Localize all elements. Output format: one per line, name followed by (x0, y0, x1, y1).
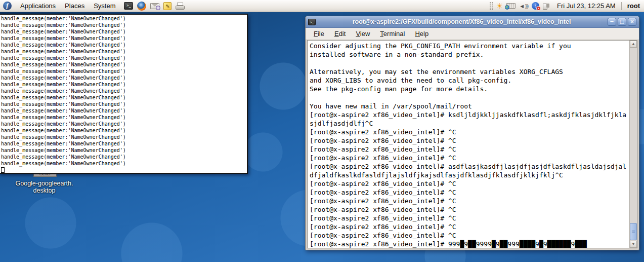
terminal-line: [root@x-aspire2 xf86_video_intel]# ^C (310, 214, 629, 222)
terminal-title: root@x-aspire2:/GFX/build/component/Xf86… (318, 18, 605, 25)
terminal-line: You have new mail in /var/spool/mail/roo… (310, 102, 629, 110)
window-controls: − □ × (608, 18, 636, 26)
terminal-line: [root@x-aspire2 xf86_video_intel]# ^C (310, 205, 629, 214)
terminal-line: See the pkg-config man page for more det… (310, 85, 629, 93)
scrollbar-thumb[interactable]: ≡ (630, 223, 637, 240)
menu-accelerator: E (334, 30, 339, 38)
log-line: handle_message(member:'NameOwnerChanged'… (1, 15, 247, 22)
log-output-window: handle_message(member:'NameOwnerChanged'… (0, 14, 248, 174)
log-line: handle_message(member:'NameOwnerChanged'… (1, 88, 247, 94)
scrollbar-track[interactable]: ≡ (630, 48, 637, 241)
desktop-icon-googleearth[interactable]: Google-googleearth. desktop (3, 180, 85, 194)
log-line: handle_message(member:'NameOwnerChanged'… (1, 81, 247, 88)
menu-accelerator: V (356, 30, 360, 38)
maximize-button[interactable]: □ (618, 18, 626, 26)
bluetooth-icon[interactable]: ᛒ × (532, 2, 539, 10)
scroll-up-button[interactable]: ▲ (630, 41, 637, 48)
panel-menu-applications[interactable]: Applications (16, 1, 60, 11)
desktop-icon-label-line2: desktop (3, 187, 85, 194)
fedora-logo-glyph: f (6, 2, 8, 9)
log-line: handle_message(member:'NameOwnerChanged'… (1, 101, 247, 107)
desktop-icon-label-line1: Google-googleearth. (3, 180, 85, 187)
notes-icon[interactable]: ✎ (163, 2, 171, 10)
printer-icon[interactable] (176, 3, 185, 10)
terminal-titlebar[interactable]: >_ root@x-aspire2:/GFX/build/component/X… (306, 16, 639, 28)
menu-view[interactable]: View (351, 28, 375, 39)
log-line: handle_message(member:'NameOwnerChanged'… (1, 114, 247, 121)
log-line: handle_message(member:'NameOwnerChanged'… (1, 147, 247, 154)
close-button[interactable]: × (628, 18, 636, 26)
applet-drag-handle[interactable] (490, 2, 493, 10)
terminal-line: [root@x-aspire2 xf86_video_intel]# ^C (310, 179, 629, 188)
terminal-line: Consider adjusting the PKG_CONFIG_PATH e… (310, 42, 629, 50)
power-plug (546, 4, 549, 8)
user-switcher[interactable]: root (627, 2, 640, 10)
terminal-line: [root@x-aspire2 xf86_video_intel]# ^C (310, 128, 629, 136)
terminal-text-area[interactable]: Consider adjusting the PKG_CONFIG_PATH e… (308, 41, 629, 248)
terminal-line: [root@x-aspire2 xf86_video_intel]# ^C (310, 222, 629, 231)
terminal-line (310, 59, 629, 67)
menu-terminal[interactable]: Terminal (375, 28, 410, 39)
panel-right-group: ☀ ◄ ))) ᛒ × Fri Jul 23, 12:25 AM root (490, 2, 644, 10)
terminal-line: [root@x-aspire2 xf86_video_intel]# ^C (310, 231, 629, 240)
menu-file[interactable]: File (309, 28, 329, 39)
log-line: handle_message(member:'NameOwnerChanged'… (1, 68, 247, 74)
log-line: handle_message(member:'NameOwnerChanged'… (1, 35, 247, 42)
terminal-launcher-icon[interactable]: >_ (124, 2, 133, 10)
volume-waves-glyph: ))) (525, 4, 528, 9)
firefox-icon[interactable] (137, 2, 146, 11)
terminal-scrollbar: ▲ ≡ ▼ (629, 41, 637, 248)
log-line: handle_message(member:'NameOwnerChanged'… (1, 154, 247, 160)
terminal-body: Consider adjusting the PKG_CONFIG_PATH e… (307, 40, 637, 248)
terminal-line: [root@x-aspire2 xf86_video_intel]# ^C (310, 188, 629, 197)
terminal-window-icon: >_ (308, 19, 316, 25)
terminal-line: [root@x-aspire2 xf86_video_intel]# ^C (310, 145, 629, 154)
volume-icon[interactable]: ◄ ))) (519, 3, 528, 9)
mail-icon[interactable] (150, 3, 159, 9)
log-line: handle_message(member:'NameOwnerChanged'… (1, 61, 247, 68)
text-cursor (1, 167, 5, 173)
log-line: handle_message(member:'NameOwnerChanged'… (1, 22, 247, 28)
scroll-down-button[interactable]: ▼ (630, 241, 637, 248)
terminal-line: installed software in a non-standard pre… (310, 50, 629, 59)
terminal-line: [root@x-aspire2 xf86_video_intel]# 999█9… (310, 240, 629, 248)
terminal-line: [root@x-aspire2 xf86_video_intel]# asdfl… (310, 162, 629, 171)
panel-launchers: >_ ✎ (124, 2, 185, 11)
log-line: handle_message(member:'NameOwnerChanged'… (1, 127, 247, 134)
panel-clock[interactable]: Fri Jul 23, 12:25 AM (557, 2, 616, 10)
terminal-line: Alternatively, you may set the environme… (310, 67, 629, 76)
panel-menus: ApplicationsPlacesSystem (16, 1, 120, 11)
mail-clock-badge-icon (156, 6, 160, 10)
terminal-line: [root@x-aspire2 xf86_video_intel]# ^C (310, 154, 629, 162)
terminal-line: dfjaldfkaslkdfasldfjlajsldfjkajsdlfasjdf… (310, 171, 629, 179)
log-line: handle_message(member:'NameOwnerChanged'… (1, 121, 247, 127)
panel-menu-places[interactable]: Places (60, 1, 89, 11)
printer-paper (177, 3, 183, 6)
menu-edit[interactable]: Edit (329, 28, 351, 39)
updates-sun-icon[interactable]: ☀ (496, 2, 503, 10)
panel-menu-system[interactable]: System (89, 1, 120, 11)
terminal-line: [root@x-aspire2 xf86_video_intel]# ksdlj… (310, 110, 629, 119)
minimize-button[interactable]: − (608, 18, 616, 26)
log-line: handle_message(member:'NameOwnerChanged'… (1, 160, 247, 167)
log-lines: handle_message(member:'NameOwnerChanged'… (1, 15, 247, 167)
menu-accelerator: T (380, 30, 383, 38)
terminal-line: and XORG_LIBS to avoid the need to call … (310, 76, 629, 85)
speaker-glyph: ◄ (519, 3, 525, 9)
log-line: handle_message(member:'NameOwnerChanged'… (1, 42, 247, 48)
power-manager-icon[interactable] (543, 3, 549, 10)
terminal-line: [root@x-aspire2 xf86_video_intel]# ^C (310, 136, 629, 145)
log-line: handle_message(member:'NameOwnerChanged'… (1, 74, 247, 81)
terminal-line: [root@x-aspire2 xf86_video_intel]# ^C (310, 197, 629, 205)
menu-accelerator: F (314, 30, 318, 38)
bluetooth-error-badge: × (536, 6, 541, 11)
log-line: handle_message(member:'NameOwnerChanged'… (1, 48, 247, 55)
top-panel: f ApplicationsPlacesSystem >_ ✎ ☀ ◄ ))) … (0, 0, 644, 12)
panel-separator (621, 2, 622, 10)
log-line: handle_message(member:'NameOwnerChanged'… (1, 107, 247, 114)
menu-help[interactable]: Help (410, 28, 434, 39)
keyboard-layout-icon[interactable] (506, 3, 516, 9)
terminal-window: >_ root@x-aspire2:/GFX/build/component/X… (305, 16, 639, 250)
fedora-logo-icon[interactable]: f (3, 2, 12, 10)
log-line: handle_message(member:'NameOwnerChanged'… (1, 28, 247, 35)
